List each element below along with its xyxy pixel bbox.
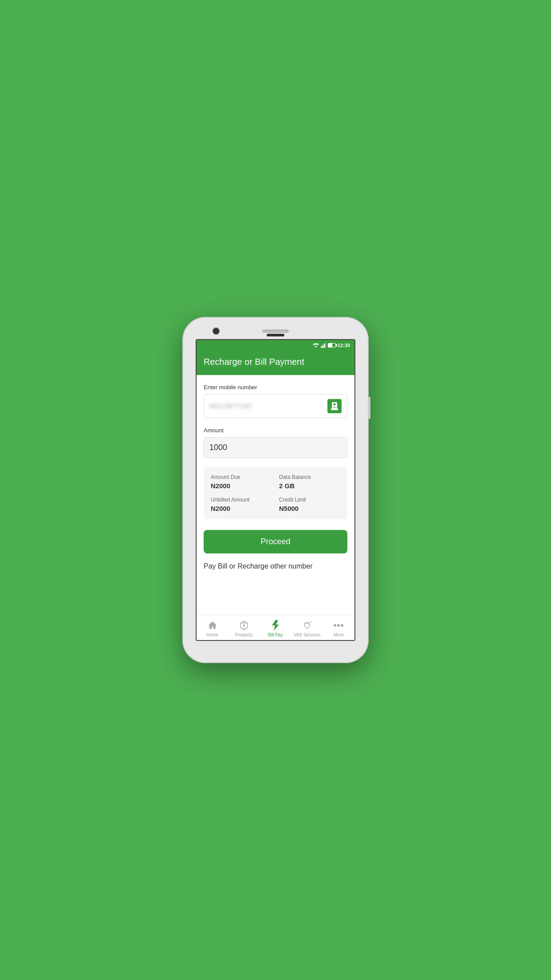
amount-label: Amount [204,427,347,434]
data-balance-item: Data Balance 2 GB [279,474,340,490]
earpiece [267,334,284,336]
unbilled-amount-label: Unbilled Amount [211,497,272,503]
amount-due-value: N2000 [211,482,272,490]
products-nav-label: Products [235,632,252,637]
svg-marker-9 [272,620,279,631]
svg-rect-4 [325,343,326,348]
svg-marker-0 [315,346,317,348]
home-icon-wrap [207,620,218,631]
nav-item-billpay[interactable]: Bill Pay [260,620,291,637]
pay-other-text: Pay Bill or Recharge other number [204,562,347,570]
status-time: 12:30 [338,343,350,348]
unbilled-amount-value: N2000 [211,505,272,512]
camera [213,328,220,335]
side-button [368,397,370,419]
credit-limit-item: Credit Limit N5000 [279,497,340,512]
battery-icon [328,343,336,348]
svg-rect-1 [321,346,322,348]
billpay-nav-label: Bill Pay [268,632,283,637]
bottom-nav: Home Products [197,616,354,640]
nav-item-vas[interactable]: VAS Services [291,620,323,637]
more-nav-label: More [334,632,344,637]
contact-picker-button[interactable] [327,399,342,413]
svg-point-13 [334,624,336,627]
main-content: Enter mobile number Amount 1000 [197,375,354,616]
products-icon [239,620,249,630]
screen: 12:30 Recharge or Bill Payment Enter mob… [196,339,355,641]
billpay-icon-wrap [270,620,281,631]
amount-due-item: Amount Due N2000 [211,474,272,490]
phone-frame: 12:30 Recharge or Bill Payment Enter mob… [182,317,369,663]
home-nav-label: Home [206,632,218,637]
page-title: Recharge or Bill Payment [204,357,347,367]
status-bar: 12:30 [197,340,354,351]
contact-icon [331,402,338,410]
speaker [262,329,289,333]
mobile-label: Enter mobile number [204,384,347,391]
wifi-icon [313,343,319,348]
credit-limit-label: Credit Limit [279,497,340,503]
mobile-input[interactable] [209,403,327,410]
more-icon [333,624,344,627]
credit-limit-value: N5000 [279,505,340,512]
mobile-input-wrapper [204,394,347,418]
more-icon-wrap [333,620,344,631]
svg-line-12 [310,622,311,623]
svg-rect-2 [322,345,323,348]
status-icons: 12:30 [313,343,350,348]
info-card: Amount Due N2000 Data Balance 2 GB Unbil… [204,467,347,519]
svg-point-6 [334,403,336,406]
nav-item-more[interactable]: More [323,620,354,637]
home-icon [208,620,217,630]
amount-value: 1000 [209,443,342,452]
data-balance-value: 2 GB [279,482,340,490]
svg-rect-7 [331,408,338,410]
amount-due-label: Amount Due [211,474,272,480]
vas-icon [302,620,312,630]
vas-nav-label: VAS Services [294,632,320,637]
svg-point-15 [341,624,343,627]
svg-rect-3 [324,344,325,348]
products-icon-wrap [238,620,250,631]
info-grid: Amount Due N2000 Data Balance 2 GB Unbil… [211,474,340,512]
unbilled-amount-item: Unbilled Amount N2000 [211,497,272,512]
amount-input-wrapper[interactable]: 1000 [204,437,347,458]
proceed-button[interactable]: Proceed [204,530,347,553]
nav-item-home[interactable]: Home [197,620,228,637]
billpay-icon [272,620,279,631]
vas-icon-wrap [301,620,313,631]
signal-icon [321,343,326,348]
data-balance-label: Data Balance [279,474,340,480]
svg-point-14 [337,624,340,627]
app-header: Recharge or Bill Payment [197,351,354,375]
nav-item-products[interactable]: Products [228,620,260,637]
svg-point-8 [243,624,245,626]
